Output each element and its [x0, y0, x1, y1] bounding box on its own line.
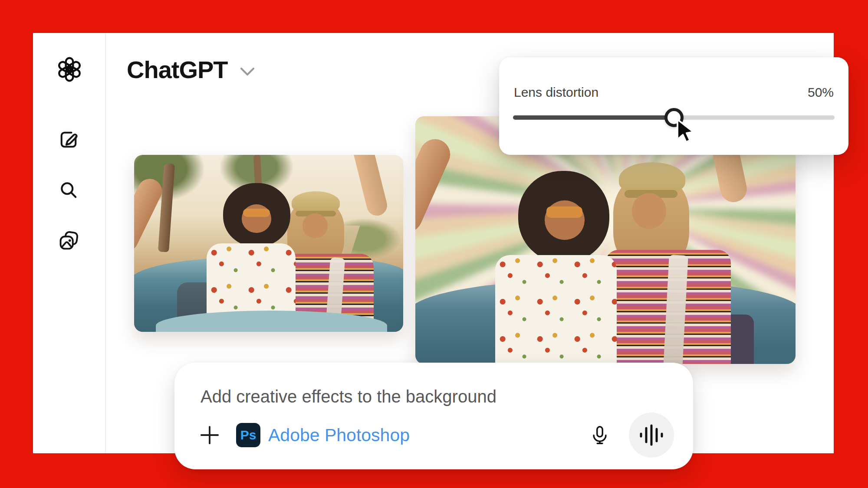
lens-distortion-slider[interactable]	[513, 115, 835, 120]
voice-waveform-icon	[638, 423, 664, 447]
photoshop-badge[interactable]: Ps	[236, 423, 260, 447]
voice-mode-button[interactable]	[629, 413, 674, 458]
plus-icon[interactable]	[200, 425, 220, 445]
image-library-icon[interactable]	[57, 229, 80, 252]
lens-distortion-value: 50%	[808, 85, 834, 100]
photoshop-app-link[interactable]: Adobe Photoshop	[268, 425, 410, 445]
woman-face	[302, 213, 328, 238]
sidebar-divider	[105, 33, 106, 453]
page-title: ChatGPT	[127, 56, 228, 84]
orange-sunglasses	[243, 209, 270, 216]
woman-face	[632, 193, 666, 229]
photo-original	[134, 155, 403, 332]
new-chat-icon[interactable]	[57, 128, 80, 151]
orange-sunglasses	[546, 206, 582, 218]
model-switcher[interactable]: ChatGPT	[127, 52, 255, 87]
slider-fill	[513, 115, 674, 120]
floral-blouse	[495, 255, 617, 364]
search-icon[interactable]	[57, 179, 80, 201]
lens-distortion-label: Lens distortion	[514, 85, 598, 100]
chevron-down-icon[interactable]	[240, 67, 255, 76]
composer-bar[interactable]: Add creative effects to the background P…	[174, 363, 693, 469]
lens-distortion-panel: Lens distortion 50%	[499, 57, 848, 155]
mouse-pointer-icon	[675, 119, 696, 145]
page: { "header": { "title": "ChatGPT", "caret…	[0, 0, 868, 488]
openai-logo-icon	[56, 56, 83, 83]
photoshop-badge-label: Ps	[240, 428, 256, 442]
microphone-icon[interactable]	[590, 425, 610, 445]
prompt-text[interactable]: Add creative effects to the background	[201, 387, 496, 406]
